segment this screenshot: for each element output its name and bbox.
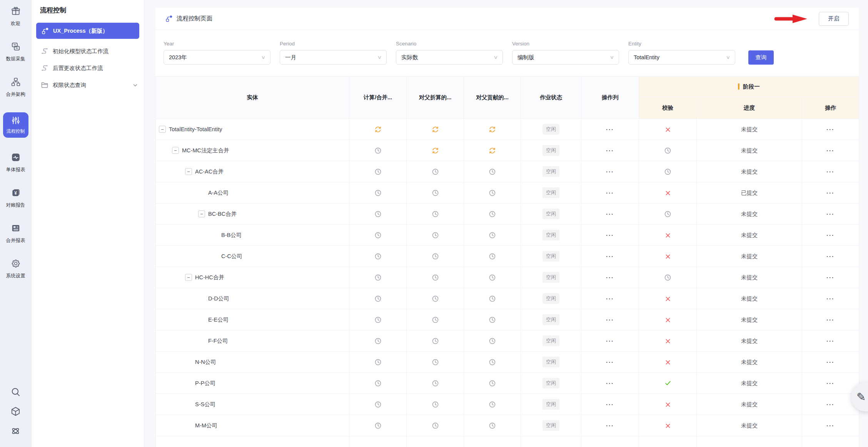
progress-text: 未提交	[741, 317, 758, 323]
more-button[interactable]: ···	[826, 317, 835, 323]
gift-icon	[11, 6, 21, 18]
menu-item-init-model-workflow[interactable]: 初始化模型状态工作流	[32, 43, 144, 60]
menu-item-ux-process[interactable]: UX_Process（新版）	[36, 23, 139, 39]
chevron-down-icon	[133, 83, 138, 88]
clock-icon	[489, 295, 496, 302]
contribute-status-cell	[464, 161, 521, 182]
more-button[interactable]: ···	[826, 295, 835, 302]
clock-icon	[432, 189, 439, 197]
more-button[interactable]: ···	[606, 190, 614, 196]
annotation-arrow-icon	[773, 14, 809, 24]
more-button[interactable]: ···	[606, 295, 614, 302]
x-icon	[665, 190, 671, 196]
filter-select-version[interactable]: 编制版∨	[512, 50, 619, 65]
more-button[interactable]: ···	[826, 211, 835, 217]
translate-status-cell	[407, 119, 464, 140]
more-button[interactable]: ···	[826, 147, 835, 154]
more-button[interactable]: ···	[826, 422, 835, 429]
entity-cell: N-N公司	[156, 352, 349, 373]
menu-item-post-change-workflow[interactable]: 后置更改状态工作流	[32, 60, 144, 77]
table-row: S-S公司空闲···未提交···	[156, 394, 859, 415]
collapse-toggle[interactable]: −	[185, 168, 192, 175]
more-button[interactable]: ···	[606, 422, 614, 429]
action-cell: ···	[802, 288, 859, 309]
clock-icon	[432, 168, 439, 175]
filter-select-year[interactable]: 2023年∨	[164, 50, 270, 65]
translate-status-cell	[407, 330, 464, 352]
collapse-toggle[interactable]: −	[198, 210, 205, 217]
query-button[interactable]: 查询	[748, 50, 774, 65]
more-button[interactable]: ···	[606, 359, 614, 365]
more-button[interactable]: ···	[606, 317, 614, 323]
action-col-cell: ···	[581, 225, 639, 246]
translate-status-cell	[407, 352, 464, 373]
table-row: −TotalEntity-TotalEntity空闲···未提交···	[156, 119, 859, 140]
more-button[interactable]: ···	[826, 359, 835, 365]
action-col-cell: ···	[581, 394, 639, 415]
col-header-calc-merge: 计算/合并...	[349, 77, 407, 119]
more-button[interactable]: ···	[826, 126, 835, 133]
check-cell	[639, 373, 697, 394]
more-button[interactable]: ···	[606, 253, 614, 260]
clock-icon	[374, 147, 382, 154]
more-button[interactable]: ···	[606, 380, 614, 387]
filter-select-entity[interactable]: TotalEntity∨	[628, 50, 735, 65]
rail-item-merge-structure[interactable]: 合并架构	[6, 77, 25, 98]
filter-version: Version编制版∨	[512, 41, 619, 65]
clock-icon	[374, 380, 382, 387]
rail-item-single-report[interactable]: 单体报表	[6, 152, 25, 173]
collapse-toggle[interactable]: −	[172, 147, 179, 154]
rail-item-merge-report[interactable]: 合并报表	[6, 223, 25, 244]
more-button[interactable]: ···	[606, 274, 614, 281]
more-button[interactable]: ···	[826, 401, 835, 408]
status-badge: 空闲	[542, 357, 559, 367]
atom-icon[interactable]	[10, 426, 21, 438]
clock-icon	[489, 210, 496, 218]
progress-cell: 未提交	[697, 203, 802, 225]
rail-item-welcome[interactable]: 欢迎	[11, 6, 21, 27]
contribute-status-cell	[464, 119, 521, 140]
rail-item-reconciliation-report[interactable]: ¥对账报告	[6, 188, 25, 208]
clock-icon	[489, 401, 496, 408]
more-button[interactable]: ···	[826, 253, 835, 260]
open-button[interactable]: 开启	[819, 12, 849, 26]
rail-item-system-settings[interactable]: 系统设置	[6, 259, 25, 279]
progress-text: 未提交	[741, 126, 758, 132]
more-button[interactable]: ···	[606, 147, 614, 154]
package-icon[interactable]	[10, 406, 21, 418]
more-button[interactable]: ···	[826, 338, 835, 344]
action-cell: ···	[802, 225, 859, 246]
action-cell: ···	[802, 246, 859, 267]
rail-item-label: 合并报表	[6, 237, 25, 244]
contribute-status-cell	[464, 373, 521, 394]
progress-cell: 未提交	[697, 394, 802, 415]
more-button[interactable]: ···	[826, 232, 835, 239]
gear-icon	[11, 259, 21, 270]
status-badge: 空闲	[542, 399, 559, 410]
col-header-check: 校验	[639, 97, 697, 119]
more-button[interactable]: ···	[606, 126, 614, 133]
collapse-toggle[interactable]: −	[159, 126, 166, 133]
table-row: −MC-MC法定主合并空闲···未提交···	[156, 140, 859, 161]
filter-select-scenario[interactable]: 实际数∨	[396, 50, 503, 65]
search-icon[interactable]	[10, 387, 21, 399]
more-button[interactable]: ···	[606, 401, 614, 408]
collapse-toggle[interactable]: −	[185, 274, 192, 281]
more-button[interactable]: ···	[606, 211, 614, 217]
more-button[interactable]: ···	[606, 168, 614, 175]
folder-icon	[41, 81, 48, 89]
more-button[interactable]: ···	[826, 274, 835, 281]
more-button[interactable]: ···	[826, 190, 835, 196]
more-button[interactable]: ···	[826, 168, 835, 175]
contribute-status-cell	[464, 182, 521, 203]
check-icon	[664, 380, 671, 387]
filter-select-period[interactable]: 一月∨	[280, 50, 387, 65]
clock-icon	[432, 274, 439, 281]
more-button[interactable]: ···	[606, 232, 614, 239]
menu-item-permission-status-query[interactable]: 权限状态查询	[32, 77, 144, 93]
more-button[interactable]: ···	[826, 380, 835, 387]
more-button[interactable]: ···	[606, 338, 614, 344]
rail-item-process-control[interactable]: 流程控制	[3, 112, 28, 138]
rail-item-data-collection[interactable]: 数据采集	[6, 42, 25, 62]
status-badge: 空闲	[542, 187, 559, 198]
